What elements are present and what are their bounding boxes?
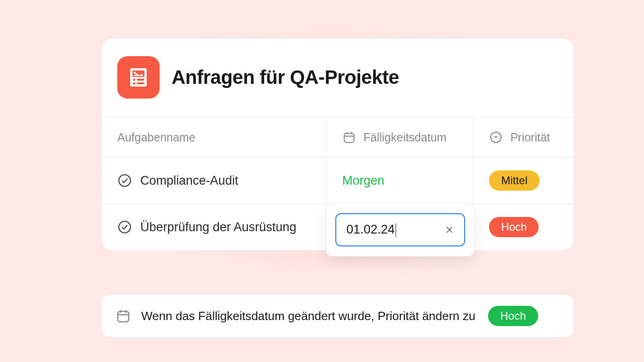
page-title: Anfragen für QA-Projekte (172, 66, 399, 88)
column-header-label: Aufgabenname (117, 131, 196, 144)
svg-point-5 (133, 82, 135, 85)
calendar-icon (115, 308, 131, 324)
svg-point-3 (133, 79, 135, 81)
task-name-cell[interactable]: Überprüfung der Ausrüstung (102, 204, 327, 250)
task-name-cell[interactable]: Compliance-Audit (102, 158, 327, 204)
project-icon (117, 56, 160, 99)
svg-rect-6 (137, 82, 144, 84)
date-input-value: 01.02.24 (346, 222, 395, 236)
svg-point-2 (134, 72, 136, 74)
check-circle-icon[interactable] (117, 173, 132, 188)
task-priority-cell[interactable]: Mittel (473, 158, 574, 204)
due-date-label: Morgen (342, 174, 385, 188)
column-header-name[interactable]: Aufgabenname (102, 117, 327, 157)
clear-date-button[interactable] (444, 224, 455, 235)
column-header-due[interactable]: Fälligkeitsdatum (327, 117, 473, 157)
table-row: Compliance-Audit Morgen Mittel (102, 158, 574, 204)
svg-rect-11 (118, 311, 129, 322)
priority-icon (489, 130, 503, 144)
table-row: Überprüfung der Ausrüstung 01.02.24 (102, 204, 574, 250)
svg-point-10 (119, 221, 130, 233)
svg-rect-4 (137, 79, 144, 81)
svg-rect-7 (344, 133, 354, 142)
check-circle-icon[interactable] (117, 220, 132, 234)
text-cursor (396, 223, 396, 237)
svg-point-9 (119, 175, 130, 186)
task-priority-cell[interactable]: Hoch (473, 204, 574, 250)
priority-badge-hoch: Hoch (489, 217, 539, 237)
column-header-priority[interactable]: Priorität (473, 117, 574, 157)
automation-rule-text: Wenn das Fälligkeitsdatum geändert wurde… (141, 309, 475, 323)
column-header-label: Fälligkeitsdatum (363, 131, 447, 144)
column-header-label: Priorität (510, 131, 550, 144)
card-header: Anfragen für QA-Projekte (102, 39, 574, 117)
task-name-label: Überprüfung der Ausrüstung (140, 220, 296, 234)
priority-badge-mittel: Mittel (489, 170, 539, 191)
automation-card[interactable]: Wenn das Fälligkeitsdatum geändert wurde… (101, 294, 574, 338)
task-due-cell[interactable]: 01.02.24 (327, 204, 473, 250)
task-due-cell[interactable]: Morgen (327, 158, 473, 204)
date-editor-popover: 01.02.24 (326, 203, 475, 257)
calendar-icon (342, 130, 356, 144)
date-input[interactable]: 01.02.24 (335, 213, 465, 246)
table-header-row: Aufgabenname Fälligkeitsdatum (102, 117, 574, 158)
tasks-card: Anfragen für QA-Projekte Aufgabenname Fä… (101, 38, 574, 251)
tasks-table: Aufgabenname Fälligkeitsdatum (102, 117, 574, 250)
task-name-label: Compliance-Audit (140, 174, 238, 188)
priority-badge-target: Hoch (488, 306, 538, 326)
